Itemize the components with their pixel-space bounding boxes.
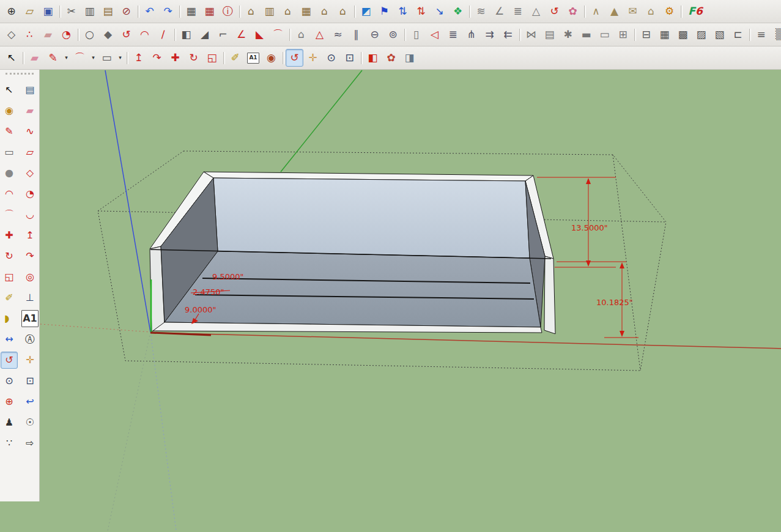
orbit-tool-button[interactable]: ↺ (1, 352, 18, 369)
position-camera-tool-button[interactable]: ♟ (1, 414, 18, 431)
line-tool-button[interactable]: ✎ (1, 123, 18, 140)
plugin-tool-38-button[interactable]: ▧ (711, 26, 728, 43)
dimension-label-back-height[interactable]: 13.5000" (571, 223, 608, 232)
dimension-label-groove-c[interactable]: 9.0000" (185, 305, 216, 314)
text-tool-button[interactable]: A1 (21, 310, 39, 327)
styles-browser-button[interactable]: ◨ (401, 49, 418, 67)
plugin-tool-8-button[interactable]: ◠ (136, 26, 154, 43)
sort-arrows-red-button[interactable]: ⇅ (412, 2, 430, 20)
paste-button[interactable]: ▤ (99, 2, 117, 20)
paint-bucket-tool-button[interactable]: ◉ (1, 102, 18, 119)
redo-button[interactable]: ↷ (159, 2, 177, 20)
new-model-button[interactable]: ⊕ (2, 2, 20, 20)
sort-arrows-blue-button[interactable]: ⇅ (394, 2, 412, 20)
pan-tool-button[interactable]: ✛ (304, 49, 322, 67)
print-3d-button[interactable]: ▦ (297, 2, 315, 20)
print-preview-button[interactable]: ▦ (201, 2, 218, 20)
section-plane-tool-button[interactable]: ⇨ (21, 435, 39, 452)
shape-tool-dropdown[interactable]: ▾ (116, 49, 124, 67)
plugin-tool-29-button[interactable]: ▤ (541, 26, 558, 43)
pink-brush-tool-button[interactable]: ✿ (564, 2, 582, 20)
pan-tool-button[interactable]: ✛ (21, 352, 39, 369)
mail-tool-button[interactable]: ✉ (624, 2, 642, 20)
eraser-tool-button[interactable]: ▰ (21, 102, 39, 119)
plugin-tool-20-button[interactable]: ⊖ (366, 26, 383, 43)
arc-tool-button[interactable]: ⌒ (71, 49, 89, 67)
plugin-tool-30-button[interactable]: ✱ (559, 26, 577, 43)
walk-tool-button[interactable]: ∵ (1, 435, 18, 452)
plugin-tool-21-button[interactable]: ⊚ (384, 26, 402, 43)
pie-tool-button[interactable]: ◔ (21, 185, 39, 202)
interior-back-wall-face[interactable] (213, 178, 530, 258)
push-pull-tool-button[interactable]: ↥ (130, 49, 147, 67)
follow-me-tool-button[interactable]: ↷ (148, 49, 166, 67)
zoom-window-tool-button[interactable]: ⊡ (21, 372, 39, 390)
plugin-tool-41-button[interactable]: ▒ (771, 26, 781, 43)
move-tool-button[interactable]: ✚ (166, 49, 184, 67)
plugin-tool-12-button[interactable]: ⌐ (214, 26, 232, 43)
model-info-button[interactable]: ⓘ (219, 2, 237, 20)
offset-tool-button[interactable]: ◎ (21, 268, 39, 286)
component-tool-button[interactable]: ◧ (364, 49, 382, 67)
plugin-tool-17-button[interactable]: △ (311, 26, 328, 43)
tape-measure-tool-button[interactable]: ✐ (1, 289, 18, 306)
plugin-tool-28-button[interactable]: ⋈ (522, 26, 540, 43)
dimension-tool-button[interactable]: ↔ (1, 331, 18, 348)
red-swirl-tool-button[interactable]: ↺ (546, 2, 563, 20)
look-around-tool-button[interactable]: ☉ (21, 414, 39, 431)
text-tool-button[interactable]: A1 (247, 53, 259, 64)
paint-bucket-tool-button[interactable]: ◉ (262, 49, 280, 67)
plugin-tool-4-button[interactable]: ◔ (57, 26, 75, 43)
shape-tool-button[interactable]: ▭ (98, 49, 116, 67)
save-model-button[interactable]: ▣ (39, 2, 57, 20)
fredo6-logo-button[interactable]: F6 (684, 2, 707, 20)
push-pull-tool-button[interactable]: ↥ (21, 227, 39, 244)
arc-tool-button[interactable]: ◡ (21, 206, 39, 223)
plugin-tool-14-button[interactable]: ◣ (251, 26, 268, 43)
three-point-arc-tool-button[interactable]: ⌒ (1, 206, 18, 223)
plugin-tool-34-button[interactable]: ⊟ (637, 26, 655, 43)
plugin-tool-10-button[interactable]: ◧ (177, 26, 195, 43)
zoom-tool-button[interactable]: ⊙ (322, 49, 340, 67)
plugin-tool-22-button[interactable]: ▯ (407, 26, 425, 43)
plugin-tool-39-button[interactable]: ⊏ (729, 26, 747, 43)
zoom-window-tool-button[interactable]: ⊡ (341, 49, 358, 67)
select-tool-button[interactable]: ↖ (2, 49, 20, 67)
plugin-tool-5-button[interactable]: ○ (81, 26, 98, 43)
warehouse-shed-button[interactable]: ⌂ (334, 2, 352, 20)
circle-tool-button[interactable]: ● (1, 164, 18, 182)
rectangle-tool-button[interactable]: ▭ (1, 144, 18, 161)
plugin-tool-37-button[interactable]: ▨ (692, 26, 710, 43)
flag-tool-button[interactable]: ⚑ (376, 2, 393, 20)
plugin-tool-26-button[interactable]: ⇉ (481, 26, 498, 43)
line-tool-button[interactable]: ✎ (44, 49, 62, 67)
copy-button[interactable]: ▥ (81, 2, 98, 20)
zoom-extents-tool-button[interactable]: ⊕ (1, 393, 18, 410)
rotate-tool-button[interactable]: ↻ (185, 49, 202, 67)
green-gem-button[interactable]: ❖ (449, 2, 467, 20)
gable-tool-button[interactable]: ∧ (587, 2, 605, 20)
cut-button[interactable]: ✂ (62, 2, 80, 20)
plugin-tool-7-button[interactable]: ↺ (117, 26, 135, 43)
truss-tool-button[interactable]: ▲ (605, 2, 623, 20)
plugin-tool-23-button[interactable]: ◁ (426, 26, 443, 43)
plugin-tool-11-button[interactable]: ◢ (196, 26, 213, 43)
dimension-label-groove-a[interactable]: 9.5000" (212, 272, 243, 281)
plugin-tool-2-button[interactable]: ∴ (21, 26, 39, 43)
rotated-rectangle-tool-button[interactable]: ▱ (21, 144, 39, 161)
roof-tool-button[interactable]: ⌂ (642, 2, 660, 20)
axes-tool-button[interactable]: ⊥ (21, 289, 39, 306)
arc-tool-dropdown[interactable]: ▾ (89, 49, 97, 67)
plugin-tool-9-button[interactable]: ∕ (154, 26, 172, 43)
diagonal-arrow-button[interactable]: ↘ (431, 2, 448, 20)
move-tool-button[interactable]: ✚ (1, 227, 18, 244)
freehand-tool-button[interactable]: ∿ (21, 123, 39, 140)
rotate-tool-button[interactable]: ↻ (1, 248, 18, 265)
plugin-tool-19-button[interactable]: ∥ (347, 26, 365, 43)
open-model-button[interactable]: ▱ (21, 2, 39, 20)
undo-button[interactable]: ↶ (141, 2, 158, 20)
plugin-tool-1-button[interactable]: ◇ (2, 26, 20, 43)
materials-browser-button[interactable]: ✿ (382, 49, 400, 67)
select-tool-button[interactable]: ↖ (1, 81, 18, 98)
ramp-tool-button[interactable]: △ (527, 2, 545, 20)
